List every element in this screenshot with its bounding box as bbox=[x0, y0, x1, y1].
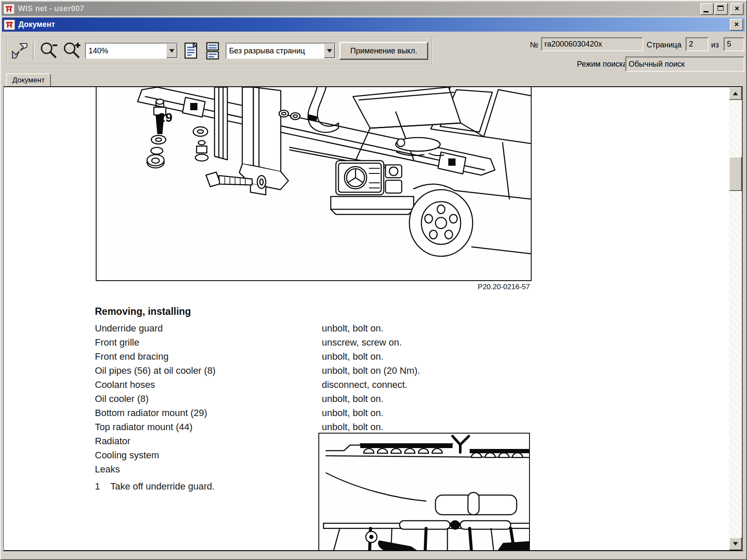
toolbar: Применение выкл. № ra20006030420x Страни… bbox=[2, 32, 745, 72]
page-number-value: 2 bbox=[689, 40, 693, 49]
zoom-level-combobox[interactable] bbox=[85, 43, 178, 59]
chevron-down-icon bbox=[327, 49, 332, 53]
page-label: Страница bbox=[647, 41, 682, 50]
zoom-level-input[interactable] bbox=[86, 44, 166, 58]
document-page[interactable]: 29 P20.20-0216-57 Removing, installing U… bbox=[4, 87, 729, 550]
page-break-mode-combobox[interactable] bbox=[226, 43, 336, 59]
tab-document-label: Документ bbox=[12, 76, 44, 85]
zoom-in-button[interactable] bbox=[62, 41, 82, 61]
procedure-item: Coolant hoses bbox=[95, 379, 155, 390]
zoom-out-icon bbox=[39, 41, 59, 60]
fit-to-window-button[interactable] bbox=[10, 41, 29, 61]
table-row: Underride guard unbolt, bolt on. bbox=[95, 321, 659, 335]
search-mode-value: Обычный поиск bbox=[629, 60, 685, 69]
minimize-button[interactable] bbox=[700, 3, 714, 15]
apply-toggle-button[interactable]: Применение выкл. bbox=[339, 42, 428, 60]
procedure-action: unbolt, bolt on. bbox=[322, 392, 383, 406]
close-icon: × bbox=[734, 21, 739, 28]
scroll-down-button[interactable] bbox=[729, 537, 742, 550]
figure-part-number: 29 bbox=[158, 110, 172, 125]
search-mode-label: Режим поиска bbox=[577, 60, 627, 69]
figure-caption: P20.20-0216-57 bbox=[402, 283, 530, 291]
minimize-icon bbox=[703, 11, 709, 12]
procedure-action: unbolt, bolt on (20 Nm). bbox=[322, 364, 420, 378]
step-row: 1Take off underride guard. bbox=[95, 481, 215, 492]
page-break-view-button[interactable] bbox=[204, 41, 222, 61]
app-title: WIS net - user007 bbox=[18, 4, 84, 13]
chevron-down-icon bbox=[169, 49, 174, 53]
table-row: Oil cooler (8) unbolt, bolt on. bbox=[95, 392, 659, 406]
procedure-item: Oil cooler (8) bbox=[95, 393, 149, 404]
figure-underride-guard bbox=[318, 433, 530, 550]
doc-number-value: ra20006030420x bbox=[544, 40, 602, 49]
procedure-item: Leaks bbox=[95, 464, 120, 475]
step-text: Take off underride guard. bbox=[110, 481, 215, 492]
search-mode-field[interactable]: Обычный поиск bbox=[625, 56, 744, 72]
step-number: 1 bbox=[95, 481, 100, 492]
procedure-action: unbolt, bolt on. bbox=[322, 349, 383, 364]
zoom-dropdown-button[interactable] bbox=[166, 44, 177, 58]
doc-number-label: № bbox=[530, 41, 538, 50]
table-row: Front grille unscrew, screw on. bbox=[95, 335, 659, 349]
procedure-item: Top radiator mount (44) bbox=[95, 422, 193, 432]
procedure-action: unbolt, bolt on. bbox=[322, 420, 383, 434]
scroll-up-button[interactable] bbox=[729, 87, 742, 100]
table-row: Coolant hoses disconnect, connect. bbox=[95, 378, 659, 392]
of-label: из bbox=[711, 41, 719, 50]
single-page-icon bbox=[183, 41, 199, 60]
page-mode-dropdown-button[interactable] bbox=[324, 44, 335, 58]
close-button[interactable]: × bbox=[730, 3, 744, 15]
page-number-field[interactable]: 2 bbox=[685, 37, 709, 51]
figure-exploded-view: 29 bbox=[96, 87, 532, 281]
procedure-action: unscrew, screw on. bbox=[322, 335, 402, 349]
document-content-area: 29 P20.20-0216-57 Removing, installing U… bbox=[3, 86, 743, 551]
fit-to-window-icon bbox=[11, 42, 29, 60]
chevron-up-icon bbox=[733, 92, 738, 95]
procedure-action: unbolt, bolt on. bbox=[322, 321, 383, 335]
doc-number-field[interactable]: ra20006030420x bbox=[541, 37, 643, 51]
table-row: Oil pipes (56) at oil cooler (8) unbolt,… bbox=[95, 364, 659, 378]
vertical-scrollbar[interactable] bbox=[729, 87, 742, 550]
procedure-item: Oil pipes (56) at oil cooler (8) bbox=[95, 365, 215, 376]
page-break-icon bbox=[205, 41, 221, 60]
procedure-item: Underride guard bbox=[95, 323, 163, 334]
procedure-item: Front grille bbox=[95, 337, 139, 348]
toolbar-separator bbox=[33, 41, 35, 60]
wis-logo-icon bbox=[3, 4, 15, 14]
table-row: Front end bracing unbolt, bolt on. bbox=[95, 349, 659, 364]
tab-document[interactable]: Документ bbox=[6, 73, 51, 87]
procedure-action: disconnect, connect. bbox=[322, 378, 408, 392]
procedure-item: Bottom radiator mount (29) bbox=[95, 408, 207, 418]
chevron-down-icon bbox=[733, 542, 738, 545]
page-view-button[interactable] bbox=[182, 41, 200, 61]
procedure-item: Radiator bbox=[95, 436, 130, 446]
close-icon: × bbox=[735, 5, 739, 12]
section-heading: Removing, installing bbox=[95, 306, 191, 317]
maximize-icon bbox=[718, 6, 723, 11]
document-window-titlebar[interactable]: Документ × bbox=[2, 18, 745, 32]
page-total-field[interactable]: 5 bbox=[723, 37, 744, 51]
app-titlebar[interactable]: WIS net - user007 × bbox=[2, 2, 745, 16]
toolbar-group: Применение выкл. bbox=[6, 37, 432, 65]
document-close-button[interactable]: × bbox=[730, 19, 743, 31]
procedure-action: unbolt, bolt on. bbox=[322, 406, 383, 420]
page-break-mode-input[interactable] bbox=[226, 44, 324, 58]
application-window: WIS net - user007 × Документ × bbox=[0, 0, 747, 560]
tab-strip: Документ bbox=[2, 72, 745, 86]
window-bottom-frame bbox=[2, 551, 745, 559]
procedure-item: Cooling system bbox=[95, 450, 159, 460]
procedure-item: Front end bracing bbox=[95, 351, 168, 362]
scrollbar-thumb[interactable] bbox=[729, 157, 742, 191]
document-window-title: Документ bbox=[18, 20, 55, 29]
table-row: Bottom radiator mount (29) unbolt, bolt … bbox=[95, 406, 659, 420]
table-row: Top radiator mount (44) unbolt, bolt on. bbox=[95, 420, 659, 434]
zoom-in-icon bbox=[62, 41, 82, 60]
zoom-out-button[interactable] bbox=[39, 41, 59, 61]
maximize-button[interactable] bbox=[715, 3, 728, 15]
wis-logo-icon bbox=[4, 20, 15, 30]
page-total-value: 5 bbox=[727, 40, 731, 49]
